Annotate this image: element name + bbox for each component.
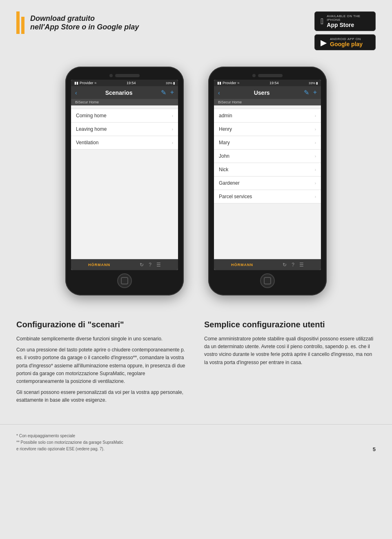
list-item[interactable]: Nick › <box>214 163 321 177</box>
heading-scenarios: Configurazione di "scenari" <box>16 320 188 329</box>
list-item[interactable]: Mary › <box>214 136 321 150</box>
nav-bar-right: ‹ Users ✎ + <box>214 86 321 99</box>
footnote-3: e ricevitore radio opzionale ESE (vedere… <box>16 446 123 452</box>
add-icon-right[interactable]: + <box>313 89 317 96</box>
home-inner-left <box>121 277 128 284</box>
speaker-right <box>258 74 283 77</box>
list-item[interactable]: Henry › <box>214 123 321 136</box>
battery-icon-left: ▮ <box>173 81 175 85</box>
back-button-left[interactable]: ‹ <box>75 89 77 96</box>
phone-screen-right: ▮▮ Provider ≈ 19:54 33% ▮ ‹ Users ✎ + <box>214 80 321 270</box>
home-inner-right <box>264 277 271 284</box>
carrier-left: Provider <box>80 81 94 85</box>
para-scenarios-2: Con una pressione del tasto potete aprir… <box>16 346 188 385</box>
bottom-bar-right: HÖRMANN ↻ ? ☰ <box>214 259 321 270</box>
menu-icon-left[interactable]: ☰ <box>156 262 161 268</box>
chevron-icon: › <box>315 181 316 186</box>
list-item[interactable]: admin › <box>214 109 321 123</box>
heading-users: Semplice configurazione utenti <box>204 320 376 329</box>
list-item[interactable]: Leaving home › <box>71 123 178 136</box>
googleplay-small: Android App on <box>330 37 363 41</box>
footnote-1: * Con equipaggiamento speciale <box>16 433 123 439</box>
appstore-text: Available on the iPhone App Store <box>327 14 370 28</box>
googleplay-text: Android App on Google play <box>330 37 363 47</box>
status-left-right: ▮▮ Provider ≈ <box>217 81 239 85</box>
para-scenarios-1: Combinate semplicemente diverse funzioni… <box>16 335 188 343</box>
signal-icon: ▮▮ <box>74 81 78 85</box>
apple-icon:  <box>321 17 323 26</box>
status-right-left: 33% ▮ <box>166 81 175 85</box>
google-icon: ▶ <box>321 38 327 47</box>
sub-bar-right: BiSecur Home <box>214 99 321 105</box>
body-scenarios: Combinate semplicemente diverse funzioni… <box>16 335 188 405</box>
header-line1: Download gratuito <box>30 14 139 23</box>
status-left: ▮▮ Provider ≈ <box>74 81 96 85</box>
wifi-icon-right: ≈ <box>238 81 240 85</box>
menu-icon-right[interactable]: ☰ <box>299 262 304 268</box>
nav-actions-left: ✎ + <box>161 89 174 96</box>
list-item[interactable]: Ventilation › <box>71 136 178 150</box>
appstore-badge[interactable]:  Available on the iPhone App Store <box>314 11 376 31</box>
help-icon-left[interactable]: ? <box>149 262 151 268</box>
bottom-bar-left: HÖRMANN ↻ ? ☰ <box>71 259 178 270</box>
page-number: 5 <box>373 446 376 452</box>
store-badges:  Available on the iPhone App Store ▶ An… <box>314 11 376 50</box>
edit-icon-right[interactable]: ✎ <box>304 89 309 96</box>
appstore-large: App Store <box>327 22 370 28</box>
time-right: 19:54 <box>270 81 279 85</box>
list-item[interactable]: John › <box>214 150 321 163</box>
battery-left: 33% <box>166 81 172 85</box>
time-left: 19:54 <box>127 81 136 85</box>
chevron-icon: › <box>172 127 173 132</box>
body-users: Come amministratore potete stabilire qua… <box>204 335 376 367</box>
home-button-right[interactable] <box>260 273 275 288</box>
footnote-2: ** Possibile solo con motorizzazione da … <box>16 439 123 446</box>
list-item[interactable]: Coming home › <box>71 109 178 123</box>
content-right: Semplice configurazione utenti Come ammi… <box>204 320 376 408</box>
logo-icon <box>16 11 24 34</box>
footnotes: * Con equipaggiamento speciale ** Possib… <box>16 433 123 452</box>
page-footer: * Con equipaggiamento speciale ** Possib… <box>0 424 392 461</box>
googleplay-large: Google play <box>330 41 363 47</box>
chevron-icon: › <box>315 127 316 132</box>
edit-icon-left[interactable]: ✎ <box>161 89 166 96</box>
help-icon-right[interactable]: ? <box>292 262 294 268</box>
wifi-icon-left: ≈ <box>95 81 97 85</box>
nav-bar-left: ‹ Scenarios ✎ + <box>71 86 178 99</box>
chevron-icon: › <box>172 114 173 118</box>
phone-top-left <box>71 74 178 77</box>
header-text: Download gratuito nell'App Store o in Go… <box>30 14 139 31</box>
phone-list-right: admin › Henry › Mary › John › Nick › <box>214 105 321 259</box>
camera-icon-right <box>252 74 256 77</box>
home-button-left[interactable] <box>117 273 132 288</box>
chevron-icon: › <box>172 141 173 145</box>
list-item[interactable]: Parcel services › <box>214 190 321 204</box>
chevron-icon: › <box>315 114 316 118</box>
phone-list-left: Coming home › Leaving home › Ventilation… <box>71 105 178 259</box>
status-right-right: 33% ▮ <box>309 81 318 85</box>
googleplay-badge[interactable]: ▶ Android App on Google play <box>314 34 376 50</box>
chevron-icon: › <box>315 168 316 172</box>
status-bar-right: ▮▮ Provider ≈ 19:54 33% ▮ <box>214 80 321 86</box>
phone-screen-left: ▮▮ Provider ≈ 19:54 33% ▮ ‹ Scenarios ✎ … <box>71 80 178 270</box>
nav-title-left: Scenarios <box>105 89 133 96</box>
chevron-icon: › <box>315 195 316 199</box>
list-item[interactable]: Gardener › <box>214 177 321 190</box>
brand-left: HÖRMANN <box>88 263 110 267</box>
nav-title-right: Users <box>254 89 270 96</box>
page-header: Download gratuito nell'App Store o in Go… <box>0 0 392 58</box>
refresh-icon-right[interactable]: ↻ <box>283 262 287 268</box>
speaker-left <box>115 74 140 77</box>
phone-scenarios: ▮▮ Provider ≈ 19:54 33% ▮ ‹ Scenarios ✎ … <box>65 67 184 295</box>
battery-icon-right: ▮ <box>316 81 318 85</box>
add-icon-left[interactable]: + <box>170 89 174 96</box>
camera-icon-left <box>109 74 113 77</box>
para-scenarios-3: Gli scenari possono essere personalizzat… <box>16 389 188 404</box>
refresh-icon-left[interactable]: ↻ <box>140 262 144 268</box>
appstore-small: Available on the iPhone <box>327 14 370 22</box>
content-section: Configurazione di "scenari" Combinate se… <box>0 312 392 424</box>
phone-users: ▮▮ Provider ≈ 19:54 33% ▮ ‹ Users ✎ + <box>208 67 327 295</box>
back-button-right[interactable]: ‹ <box>218 89 220 96</box>
signal-icon-right: ▮▮ <box>217 81 221 85</box>
chevron-icon: › <box>315 141 316 145</box>
